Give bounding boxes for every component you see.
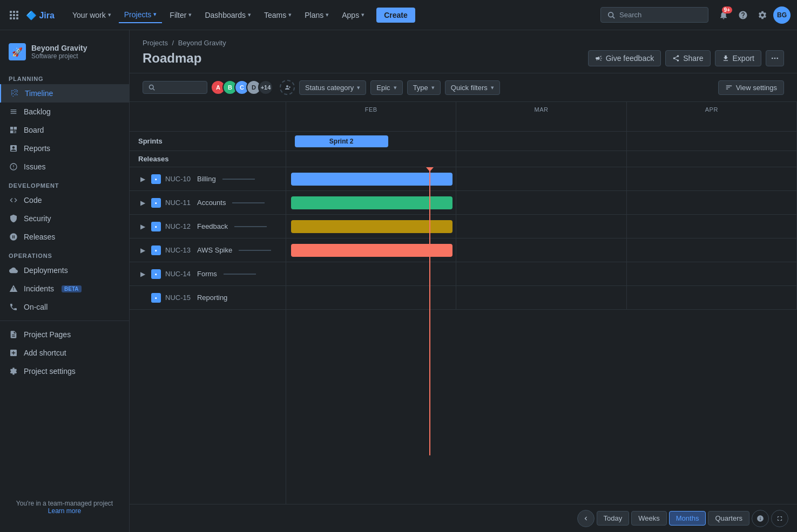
expand-icon-3[interactable]: ▶ [138, 246, 147, 255]
gantt-cell-4-feb [286, 262, 456, 285]
nav-dashboards[interactable]: Dashboards▾ [199, 8, 256, 23]
give-feedback-button[interactable]: Give feedback [588, 50, 661, 66]
breadcrumb-beyond-gravity[interactable]: Beyond Gravity [178, 39, 226, 47]
nav-teams[interactable]: Teams▾ [259, 8, 297, 23]
reports-icon [9, 144, 18, 153]
nav-plans[interactable]: Plans▾ [299, 8, 334, 23]
svg-rect-0 [10, 11, 12, 13]
table-row[interactable]: ▶ ▪ NUC-12 Feedback [130, 215, 286, 238]
gantt-bar-billing[interactable] [291, 173, 452, 186]
sidebar-item-security[interactable]: Security [0, 209, 129, 228]
releases-icon [9, 232, 18, 242]
code-icon [9, 195, 18, 205]
gantt-cell-0-apr [627, 167, 797, 190]
sidebar-item-reports[interactable]: Reports [0, 139, 129, 158]
gantt-bar-awsspike[interactable] [291, 244, 452, 257]
svg-rect-7 [13, 17, 15, 19]
gantt-cell-5-apr [627, 286, 797, 309]
sidebar-item-deployments[interactable]: Deployments [0, 261, 129, 279]
view-settings-button[interactable]: View settings [718, 80, 784, 95]
sidebar-item-incidents[interactable]: Incidents BETA [0, 279, 129, 298]
sprint-bar: Sprint 2 [295, 135, 388, 147]
project-header: 🚀 Beyond Gravity Software project [0, 39, 129, 69]
user-avatar[interactable]: BG [773, 6, 791, 24]
table-row[interactable]: ▶ ▪ NUC-11 Accounts [130, 191, 286, 215]
fullscreen-button[interactable] [771, 510, 788, 527]
today-button[interactable]: Today [597, 511, 630, 526]
type-filter[interactable]: Type ▾ [407, 80, 441, 95]
gantt-cell-4-mar [456, 262, 626, 285]
sidebar-item-project-pages[interactable]: Project Pages [0, 325, 129, 344]
sidebar-item-deployments-label: Deployments [24, 266, 68, 275]
sidebar-item-backlog[interactable]: Backlog [0, 103, 129, 121]
create-button[interactable]: Create [376, 8, 415, 23]
gantt-bar-feedback[interactable] [291, 220, 452, 233]
search-box[interactable]: Search [600, 7, 708, 23]
task-type-icon-2: ▪ [151, 222, 161, 231]
epic-filter[interactable]: Epic ▾ [370, 80, 402, 95]
task-search-box[interactable] [143, 81, 207, 94]
nav-apps[interactable]: Apps▾ [336, 8, 370, 23]
top-navigation: 🔷 Jira Your work▾ Projects▾ Filter▾ Dash… [0, 0, 797, 30]
app-switcher-button[interactable] [6, 8, 22, 23]
avatar-overflow[interactable]: +14 [258, 80, 273, 95]
notifications-button[interactable]: 9+ [715, 6, 732, 24]
gantt-bar-accounts[interactable] [291, 196, 452, 209]
share-button[interactable]: Share [665, 50, 710, 66]
status-category-filter[interactable]: Status category ▾ [299, 80, 366, 95]
back-arrow-icon [582, 515, 590, 522]
sidebar-item-issues[interactable]: Issues [0, 158, 129, 176]
months-button[interactable]: Months [669, 511, 706, 526]
more-icon [771, 54, 779, 63]
expand-icon-2[interactable]: ▶ [138, 222, 147, 231]
svg-text:🔷 Jira: 🔷 Jira [26, 10, 55, 21]
task-list-panel: Sprints Releases ▶ ▪ NUC-10 Billing ▶ ▪ … [130, 102, 286, 504]
export-button[interactable]: Export [715, 50, 761, 66]
gantt-cell-3-apr [627, 238, 797, 262]
month-label-mar: MAR [456, 102, 626, 115]
share-icon [672, 54, 680, 62]
expand-icon-1[interactable]: ▶ [138, 199, 147, 207]
sidebar-item-project-settings[interactable]: Project settings [0, 362, 129, 380]
gantt-cell-releases-apr [627, 151, 797, 167]
table-row[interactable]: ▶ ▪ NUC-10 Billing [130, 167, 286, 191]
sidebar-item-releases[interactable]: Releases [0, 228, 129, 246]
weeks-button[interactable]: Weeks [631, 511, 667, 526]
gantt-cell-3-feb [286, 238, 456, 262]
expand-icon-0[interactable]: ▶ [138, 175, 147, 183]
nav-filter[interactable]: Filter▾ [164, 8, 197, 23]
nav-projects[interactable]: Projects▾ [119, 7, 163, 23]
jira-logo[interactable]: 🔷 Jira [26, 10, 58, 21]
table-row[interactable]: ▶ ▪ NUC-14 Forms [130, 262, 286, 286]
svg-point-14 [13, 168, 13, 168]
breadcrumb-projects[interactable]: Projects [143, 39, 168, 47]
add-person-button[interactable] [280, 80, 295, 95]
table-row[interactable]: ▪ NUC-15 Reporting [130, 286, 286, 310]
gantt-months-header: FEB MAR APR [286, 102, 797, 132]
search-placeholder: Search [619, 11, 641, 19]
quarters-button[interactable]: Quarters [708, 511, 749, 526]
help-button[interactable] [734, 6, 752, 24]
nav-your-work[interactable]: Your work▾ [67, 8, 117, 23]
table-row[interactable]: ▶ ▪ NUC-13 AWS Spike [130, 238, 286, 262]
sidebar-item-board[interactable]: Board [0, 121, 129, 139]
svg-point-15 [772, 58, 773, 59]
sidebar-item-add-shortcut[interactable]: Add shortcut [0, 344, 129, 362]
sidebar-item-timeline[interactable]: Timeline [0, 84, 129, 103]
sidebar: 🚀 Beyond Gravity Software project PLANNI… [0, 30, 130, 532]
quick-filters[interactable]: Quick filters ▾ [445, 80, 500, 95]
gantt-cell-1-feb [286, 191, 456, 214]
info-button[interactable] [752, 510, 769, 527]
page-actions: Give feedback Share Export [588, 50, 784, 66]
more-actions-button[interactable] [766, 50, 784, 66]
gantt-chart-panel[interactable]: FEB MAR APR Sprint 2 [286, 102, 797, 504]
gantt-body: Sprint 2 [286, 132, 797, 455]
sidebar-item-add-shortcut-label: Add shortcut [24, 349, 66, 357]
month-label-apr: APR [627, 102, 796, 115]
sidebar-item-code[interactable]: Code [0, 191, 129, 209]
timeline-back-button[interactable] [577, 510, 595, 527]
settings-button[interactable] [754, 6, 771, 24]
learn-more-link[interactable]: Learn more [48, 507, 81, 515]
sidebar-item-oncall[interactable]: On-call [0, 298, 129, 316]
expand-icon-4[interactable]: ▶ [138, 270, 147, 278]
